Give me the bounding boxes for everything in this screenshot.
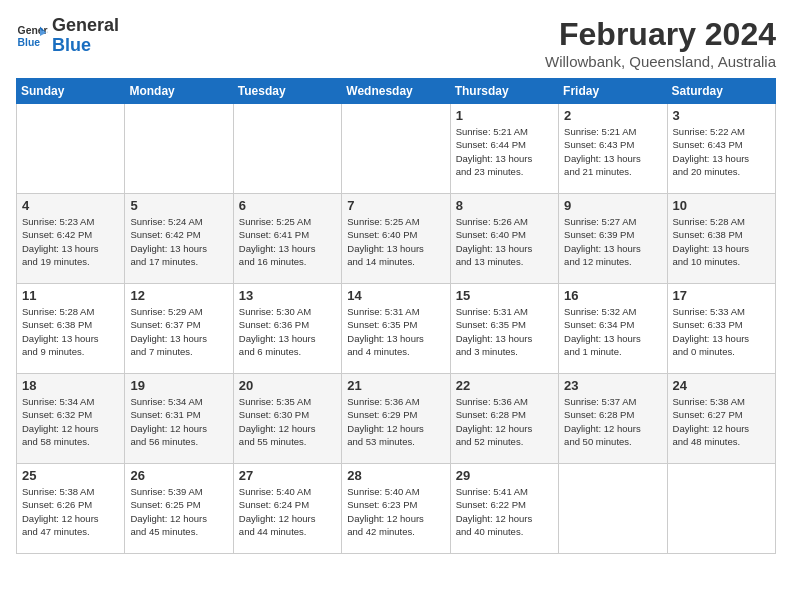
day-cell: 23Sunrise: 5:37 AM Sunset: 6:28 PM Dayli…: [559, 374, 667, 464]
day-number: 1: [456, 108, 553, 123]
day-number: 9: [564, 198, 661, 213]
logo: General Blue General Blue: [16, 16, 119, 56]
logo-line1: General: [52, 16, 119, 36]
day-info: Sunrise: 5:24 AM Sunset: 6:42 PM Dayligh…: [130, 215, 227, 268]
day-number: 29: [456, 468, 553, 483]
day-info: Sunrise: 5:35 AM Sunset: 6:30 PM Dayligh…: [239, 395, 336, 448]
week-row-1: 1Sunrise: 5:21 AM Sunset: 6:44 PM Daylig…: [17, 104, 776, 194]
day-info: Sunrise: 5:28 AM Sunset: 6:38 PM Dayligh…: [22, 305, 119, 358]
day-header-thursday: Thursday: [450, 79, 558, 104]
day-cell: 18Sunrise: 5:34 AM Sunset: 6:32 PM Dayli…: [17, 374, 125, 464]
day-cell: 25Sunrise: 5:38 AM Sunset: 6:26 PM Dayli…: [17, 464, 125, 554]
day-header-friday: Friday: [559, 79, 667, 104]
day-number: 18: [22, 378, 119, 393]
day-cell: 5Sunrise: 5:24 AM Sunset: 6:42 PM Daylig…: [125, 194, 233, 284]
day-info: Sunrise: 5:39 AM Sunset: 6:25 PM Dayligh…: [130, 485, 227, 538]
day-header-sunday: Sunday: [17, 79, 125, 104]
day-number: 17: [673, 288, 770, 303]
day-number: 15: [456, 288, 553, 303]
day-info: Sunrise: 5:36 AM Sunset: 6:29 PM Dayligh…: [347, 395, 444, 448]
day-cell: 4Sunrise: 5:23 AM Sunset: 6:42 PM Daylig…: [17, 194, 125, 284]
day-cell: 9Sunrise: 5:27 AM Sunset: 6:39 PM Daylig…: [559, 194, 667, 284]
day-info: Sunrise: 5:36 AM Sunset: 6:28 PM Dayligh…: [456, 395, 553, 448]
day-header-saturday: Saturday: [667, 79, 775, 104]
day-info: Sunrise: 5:25 AM Sunset: 6:41 PM Dayligh…: [239, 215, 336, 268]
day-number: 14: [347, 288, 444, 303]
day-cell: 8Sunrise: 5:26 AM Sunset: 6:40 PM Daylig…: [450, 194, 558, 284]
day-number: 22: [456, 378, 553, 393]
day-number: 6: [239, 198, 336, 213]
day-cell: 13Sunrise: 5:30 AM Sunset: 6:36 PM Dayli…: [233, 284, 341, 374]
logo-line2: Blue: [52, 36, 119, 56]
day-info: Sunrise: 5:40 AM Sunset: 6:24 PM Dayligh…: [239, 485, 336, 538]
day-cell: 12Sunrise: 5:29 AM Sunset: 6:37 PM Dayli…: [125, 284, 233, 374]
day-info: Sunrise: 5:27 AM Sunset: 6:39 PM Dayligh…: [564, 215, 661, 268]
location: Willowbank, Queensland, Australia: [545, 53, 776, 70]
day-cell: 20Sunrise: 5:35 AM Sunset: 6:30 PM Dayli…: [233, 374, 341, 464]
day-number: 12: [130, 288, 227, 303]
calendar-body: 1Sunrise: 5:21 AM Sunset: 6:44 PM Daylig…: [17, 104, 776, 554]
day-info: Sunrise: 5:33 AM Sunset: 6:33 PM Dayligh…: [673, 305, 770, 358]
day-number: 20: [239, 378, 336, 393]
day-info: Sunrise: 5:31 AM Sunset: 6:35 PM Dayligh…: [456, 305, 553, 358]
day-number: 27: [239, 468, 336, 483]
day-cell: 10Sunrise: 5:28 AM Sunset: 6:38 PM Dayli…: [667, 194, 775, 284]
week-row-2: 4Sunrise: 5:23 AM Sunset: 6:42 PM Daylig…: [17, 194, 776, 284]
day-cell: [667, 464, 775, 554]
day-cell: 22Sunrise: 5:36 AM Sunset: 6:28 PM Dayli…: [450, 374, 558, 464]
day-cell: 27Sunrise: 5:40 AM Sunset: 6:24 PM Dayli…: [233, 464, 341, 554]
day-cell: 17Sunrise: 5:33 AM Sunset: 6:33 PM Dayli…: [667, 284, 775, 374]
day-info: Sunrise: 5:38 AM Sunset: 6:26 PM Dayligh…: [22, 485, 119, 538]
day-info: Sunrise: 5:26 AM Sunset: 6:40 PM Dayligh…: [456, 215, 553, 268]
day-number: 2: [564, 108, 661, 123]
day-number: 4: [22, 198, 119, 213]
day-cell: 28Sunrise: 5:40 AM Sunset: 6:23 PM Dayli…: [342, 464, 450, 554]
title-block: February 2024 Willowbank, Queensland, Au…: [545, 16, 776, 70]
day-number: 5: [130, 198, 227, 213]
day-info: Sunrise: 5:37 AM Sunset: 6:28 PM Dayligh…: [564, 395, 661, 448]
day-info: Sunrise: 5:31 AM Sunset: 6:35 PM Dayligh…: [347, 305, 444, 358]
day-number: 10: [673, 198, 770, 213]
month-title: February 2024: [545, 16, 776, 53]
day-number: 11: [22, 288, 119, 303]
logo-icon: General Blue: [16, 20, 48, 52]
day-cell: 3Sunrise: 5:22 AM Sunset: 6:43 PM Daylig…: [667, 104, 775, 194]
day-cell: [559, 464, 667, 554]
day-number: 3: [673, 108, 770, 123]
day-cell: 1Sunrise: 5:21 AM Sunset: 6:44 PM Daylig…: [450, 104, 558, 194]
day-info: Sunrise: 5:21 AM Sunset: 6:43 PM Dayligh…: [564, 125, 661, 178]
day-cell: 15Sunrise: 5:31 AM Sunset: 6:35 PM Dayli…: [450, 284, 558, 374]
day-info: Sunrise: 5:41 AM Sunset: 6:22 PM Dayligh…: [456, 485, 553, 538]
day-cell: 21Sunrise: 5:36 AM Sunset: 6:29 PM Dayli…: [342, 374, 450, 464]
day-info: Sunrise: 5:30 AM Sunset: 6:36 PM Dayligh…: [239, 305, 336, 358]
day-number: 7: [347, 198, 444, 213]
day-number: 23: [564, 378, 661, 393]
day-info: Sunrise: 5:32 AM Sunset: 6:34 PM Dayligh…: [564, 305, 661, 358]
day-info: Sunrise: 5:23 AM Sunset: 6:42 PM Dayligh…: [22, 215, 119, 268]
day-header-tuesday: Tuesday: [233, 79, 341, 104]
day-cell: 2Sunrise: 5:21 AM Sunset: 6:43 PM Daylig…: [559, 104, 667, 194]
day-number: 8: [456, 198, 553, 213]
day-number: 25: [22, 468, 119, 483]
day-cell: 19Sunrise: 5:34 AM Sunset: 6:31 PM Dayli…: [125, 374, 233, 464]
day-cell: 11Sunrise: 5:28 AM Sunset: 6:38 PM Dayli…: [17, 284, 125, 374]
svg-text:Blue: Blue: [18, 36, 41, 47]
day-cell: [233, 104, 341, 194]
day-info: Sunrise: 5:22 AM Sunset: 6:43 PM Dayligh…: [673, 125, 770, 178]
day-info: Sunrise: 5:25 AM Sunset: 6:40 PM Dayligh…: [347, 215, 444, 268]
day-number: 13: [239, 288, 336, 303]
day-info: Sunrise: 5:34 AM Sunset: 6:32 PM Dayligh…: [22, 395, 119, 448]
day-cell: 14Sunrise: 5:31 AM Sunset: 6:35 PM Dayli…: [342, 284, 450, 374]
calendar-header-row: SundayMondayTuesdayWednesdayThursdayFrid…: [17, 79, 776, 104]
day-number: 24: [673, 378, 770, 393]
day-number: 19: [130, 378, 227, 393]
day-header-monday: Monday: [125, 79, 233, 104]
day-cell: 7Sunrise: 5:25 AM Sunset: 6:40 PM Daylig…: [342, 194, 450, 284]
day-cell: 24Sunrise: 5:38 AM Sunset: 6:27 PM Dayli…: [667, 374, 775, 464]
day-info: Sunrise: 5:34 AM Sunset: 6:31 PM Dayligh…: [130, 395, 227, 448]
day-header-wednesday: Wednesday: [342, 79, 450, 104]
day-info: Sunrise: 5:38 AM Sunset: 6:27 PM Dayligh…: [673, 395, 770, 448]
day-cell: 16Sunrise: 5:32 AM Sunset: 6:34 PM Dayli…: [559, 284, 667, 374]
day-cell: [125, 104, 233, 194]
day-cell: [342, 104, 450, 194]
